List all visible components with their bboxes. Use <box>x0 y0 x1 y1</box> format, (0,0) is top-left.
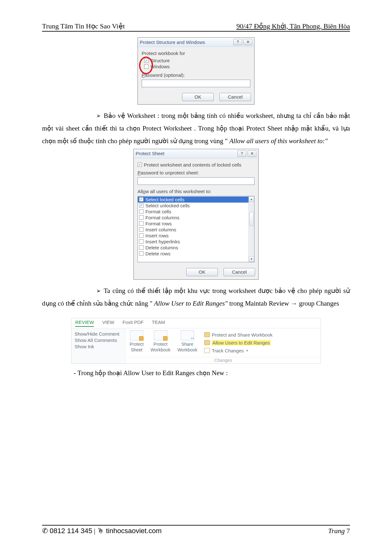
permission-item[interactable]: Format rows <box>138 221 254 227</box>
scroll-thumb[interactable] <box>249 212 254 226</box>
close-button[interactable]: ✕ <box>243 39 252 45</box>
structure-checkbox-row[interactable]: ✓ Structure <box>144 58 250 63</box>
show-ink[interactable]: Show Ink <box>75 344 122 349</box>
allow-users-edit-ranges[interactable]: Allow Users to Edit Ranges <box>204 339 273 346</box>
permission-item[interactable]: ✓Select locked cells <box>138 197 254 203</box>
paragraph-3: - Trong hộp thoại Allow User to Edit Ran… <box>42 367 350 380</box>
close-button[interactable]: ✕ <box>248 150 256 157</box>
permission-checkbox[interactable] <box>139 209 144 214</box>
paragraph-1: ➢Bảo vệ Worksheet : trong một bảng tính … <box>42 110 350 148</box>
dialog2-title: Protect Sheet <box>136 151 236 156</box>
dialog1-titlebar: Protect Structure and Windows ? ✕ <box>138 38 254 47</box>
permission-label: Delete columns <box>145 245 178 250</box>
track-changes[interactable]: Track Changes▾ <box>204 347 273 354</box>
permission-checkbox[interactable] <box>139 215 144 220</box>
show-all-comments[interactable]: Show All Comments <box>75 338 122 343</box>
windows-checkbox[interactable] <box>144 64 149 69</box>
ribbon-tabs: REVIEW VIEW Foxit PDF TEAM <box>71 318 321 328</box>
tab-team[interactable]: TEAM <box>152 320 165 327</box>
permission-item[interactable]: ✓Select unlocked cells <box>138 203 254 209</box>
protect-sheet-button[interactable]: ProtectSheet <box>130 330 144 353</box>
list-scrollbar[interactable]: ▲ ▼ <box>248 196 254 262</box>
windows-checkbox-row[interactable]: Windows <box>144 64 250 69</box>
permission-item[interactable]: Delete columns <box>138 245 254 251</box>
protect-structure-dialog: Protect Structure and Windows ? ✕ Protec… <box>138 37 254 105</box>
permission-label: Select unlocked cells <box>145 203 190 208</box>
permission-label: Format cells <box>145 209 171 214</box>
protect-share-icon <box>204 332 210 337</box>
scroll-down-icon[interactable]: ▼ <box>249 256 254 262</box>
permission-item[interactable]: Insert rows <box>138 233 254 239</box>
permission-checkbox[interactable]: ✓ <box>139 203 144 208</box>
permission-label: Select locked cells <box>145 197 184 202</box>
share-workbook-button[interactable]: ↔ ShareWorkbook <box>177 330 197 353</box>
protect-master-checkbox[interactable]: ✓ <box>138 162 142 167</box>
cancel-button[interactable]: Cancel <box>219 93 251 101</box>
bullet-icon: ➢ <box>96 285 101 297</box>
password-unprotect-label: Password to unprotect sheet: <box>138 170 254 175</box>
protect-master-label: Protect worksheet and contents of locked… <box>144 162 242 167</box>
header-right: 90/47 Đồng Khởi, Tân Phong, Biên Hòa <box>236 22 350 30</box>
windows-label: Windows <box>150 64 170 69</box>
paragraph-2: ➢Ta cũng có thể thiết lập một khu vực tr… <box>42 285 350 310</box>
permission-checkbox[interactable] <box>139 251 144 256</box>
tab-view[interactable]: VIEW <box>102 320 114 327</box>
ok-button[interactable]: OK <box>186 268 218 276</box>
show-hide-comment[interactable]: Show/Hide Comment <box>75 331 122 337</box>
page-header: Trung Tâm Tin Học Sao Việt 90/47 Đồng Kh… <box>42 22 350 32</box>
permission-label: Delete rows <box>145 251 170 256</box>
permission-item[interactable]: Format cells <box>138 209 254 215</box>
page-number: Trang 7 <box>328 527 350 535</box>
excel-ribbon: REVIEW VIEW Foxit PDF TEAM Show/Hide Com… <box>71 318 321 364</box>
bullet-icon: ➢ <box>96 110 101 122</box>
scroll-up-icon[interactable]: ▲ <box>249 196 254 202</box>
permission-item[interactable]: Delete rows <box>138 251 254 257</box>
protect-sheet-icon <box>130 330 143 340</box>
permission-checkbox[interactable] <box>139 245 144 250</box>
permission-label: Format columns <box>145 215 180 220</box>
permission-label: Format rows <box>145 221 172 226</box>
ok-button[interactable]: OK <box>182 93 214 101</box>
page-footer: ✆ 0812 114 345 | 🖰 tinhocsaoviet.com Tra… <box>42 525 350 535</box>
tab-foxit[interactable]: Foxit PDF <box>123 320 144 327</box>
help-button[interactable]: ? <box>233 39 242 45</box>
password-label: Password (optional): <box>142 72 250 78</box>
permissions-listbox[interactable]: ✓Select locked cells✓Select unlocked cel… <box>138 196 254 262</box>
protect-for-label: Protect workbook for <box>142 51 250 56</box>
permission-item[interactable]: Insert columns <box>138 227 254 233</box>
permission-item[interactable]: Format columns <box>138 215 254 221</box>
allow-users-label: Allow all users of this worksheet to: <box>138 189 254 194</box>
cancel-button[interactable]: Cancel <box>224 268 255 276</box>
structure-label: Structure <box>150 58 170 63</box>
allow-edit-ranges-icon <box>204 340 210 345</box>
dialog1-title: Protect Structure and Windows <box>140 40 232 45</box>
header-left: Trung Tâm Tin Học Sao Việt <box>42 22 125 30</box>
protect-master-row[interactable]: ✓ Protect worksheet and contents of lock… <box>138 162 254 167</box>
help-button[interactable]: ? <box>237 150 246 157</box>
permission-checkbox[interactable] <box>139 239 144 244</box>
protect-workbook-button[interactable]: ProtectWorkbook <box>150 330 170 353</box>
password-input[interactable] <box>142 80 250 87</box>
password-unprotect-input[interactable] <box>138 177 254 185</box>
share-workbook-icon: ↔ <box>181 330 194 340</box>
structure-checkbox[interactable]: ✓ <box>144 58 149 63</box>
permission-item[interactable]: Insert hyperlinks <box>138 239 254 245</box>
footer-contact: ✆ 0812 114 345 | 🖰 tinhocsaoviet.com <box>42 527 162 535</box>
protect-sheet-dialog: Protect Sheet ? ✕ ✓ Protect worksheet an… <box>133 149 259 280</box>
permission-checkbox[interactable] <box>139 227 144 232</box>
permission-checkbox[interactable]: ✓ <box>139 197 144 202</box>
permission-checkbox[interactable] <box>139 233 144 238</box>
permission-checkbox[interactable] <box>139 221 144 226</box>
permission-label: Insert hyperlinks <box>145 239 180 244</box>
permission-label: Insert rows <box>145 233 168 238</box>
track-changes-icon <box>204 348 210 353</box>
chevron-down-icon: ▾ <box>246 349 248 353</box>
permission-label: Insert columns <box>145 227 176 232</box>
protect-workbook-icon <box>154 330 167 340</box>
dialog2-titlebar: Protect Sheet ? ✕ <box>134 149 258 158</box>
tab-review[interactable]: REVIEW <box>75 320 94 327</box>
protect-share-workbook[interactable]: Protect and Share Workbook <box>204 331 273 338</box>
changes-group-label: Changes <box>126 357 321 363</box>
comments-group: Show/Hide Comment Show All Comments Show… <box>71 328 126 363</box>
